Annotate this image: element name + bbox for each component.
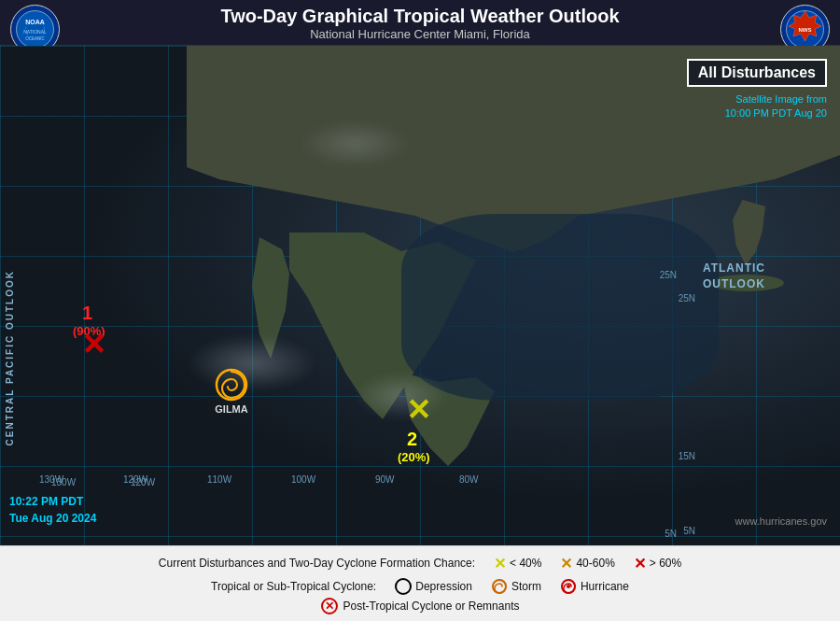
legend-depression-symbol [395, 578, 412, 595]
legend-depression: Depression [395, 578, 472, 596]
satellite-info: Satellite Image from 10:00 PM PDT Aug 20 [725, 92, 827, 121]
disturbance1-marker: 1 (90%) ✕ [93, 345, 119, 374]
disturbances-box: All Disturbances [687, 59, 827, 87]
central-pacific-label: CENTRAL PACIFIC OUTLOOK [5, 270, 15, 445]
legend-bar: Current Disturbances and Two-Day Cyclone… [0, 545, 840, 621]
label-15n: 15N [679, 451, 695, 461]
map-area: 130W 120W 5N 25N 130W 120W 110W 100W 90W… [0, 46, 840, 545]
legend-line1: Current Disturbances and Two-Day Cyclone… [9, 552, 831, 576]
legend-red-x: ✕ [634, 552, 646, 576]
legend-depression-text: Depression [415, 578, 472, 596]
legend-storm-symbol [491, 578, 508, 595]
legend-lt40: ✕ < 40% [494, 552, 541, 576]
clouds-north [299, 120, 411, 167]
legend-lt40-text: < 40% [510, 555, 541, 572]
legend-40-60: ✕ 40-60% [560, 552, 614, 576]
label-120w: 120W [123, 474, 147, 485]
gilma-label: GILMA [215, 403, 247, 415]
disturbance2-probability: (20%) [398, 450, 430, 464]
clouds-gilma [187, 335, 317, 391]
disturbance2-number: 2 [407, 429, 417, 450]
main-container: NOAA NATIONAL OCEANIC NWS Two-Day Graphi… [0, 0, 840, 621]
svg-point-13 [567, 585, 570, 588]
gilma-symbol [215, 368, 248, 402]
legend-hurricane-text: Hurricane [581, 578, 629, 596]
legend-formation-label: Current Disturbances and Two-Day Cyclone… [159, 555, 475, 572]
label-110w: 110W [207, 474, 231, 485]
page-title: Two-Day Graphical Tropical Weather Outlo… [0, 6, 840, 27]
atlantic-outlook-label: ATLANTIC OUTLOOK [703, 261, 765, 292]
page-subtitle: National Hurricane Center Miami, Florida [0, 27, 840, 41]
svg-text:NOAA: NOAA [25, 19, 45, 25]
disturbance1-number: 1 [82, 303, 92, 324]
label-90w: 90W [375, 474, 395, 485]
timestamp: 10:22 PM PDT Tue Aug 20 2024 [9, 493, 96, 527]
legend-hurricane: Hurricane [560, 578, 629, 596]
disturbance2-marker: ✕ 2 (20%) [418, 410, 443, 440]
legend-storm-text: Storm [511, 578, 541, 596]
disturbance1-x: ✕ [81, 330, 106, 360]
svg-text:NWS: NWS [799, 27, 812, 33]
legend-gt60: ✕ > 60% [634, 552, 681, 576]
label-130w: 130W [39, 474, 63, 485]
disturbance2-x: ✕ [406, 395, 431, 425]
legend-line3: ✕ Post-Tropical Cyclone or Remnants [9, 598, 831, 615]
legend-post-tropical-symbol: ✕ [321, 598, 338, 614]
gilma-marker: GILMA [215, 368, 248, 405]
gulf-mexico [401, 214, 719, 401]
legend-line2: Tropical or Sub-Tropical Cyclone: Depres… [9, 578, 831, 596]
label-80w: 80W [459, 474, 479, 485]
legend-40-60-text: 40-60% [576, 555, 614, 572]
legend-yellow-x: ✕ [494, 552, 506, 576]
legend-orange-x: ✕ [560, 552, 572, 576]
svg-point-10 [217, 370, 246, 400]
legend-gt60-text: > 60% [650, 555, 681, 572]
legend-storm: Storm [491, 578, 541, 596]
svg-text:OCEANIC: OCEANIC [25, 36, 45, 41]
coord-5n: 5N [665, 529, 677, 539]
legend-post-tropical-text: Post-Tropical Cyclone or Remnants [343, 598, 520, 615]
label-25n: 25N [679, 293, 695, 303]
watermark: www.hurricanes.gov [735, 515, 827, 527]
coord-25n: 25N [660, 270, 677, 280]
legend-hurricane-symbol [560, 578, 577, 595]
label-100w: 100W [291, 474, 315, 485]
label-5n: 5N [683, 526, 695, 536]
header: NOAA NATIONAL OCEANIC NWS Two-Day Graphi… [0, 0, 840, 46]
legend-disturbances-text: Current Disturbances and Two-Day Cyclone… [159, 555, 475, 572]
legend-cyclone-label: Tropical or Sub-Tropical Cyclone: [211, 578, 376, 596]
